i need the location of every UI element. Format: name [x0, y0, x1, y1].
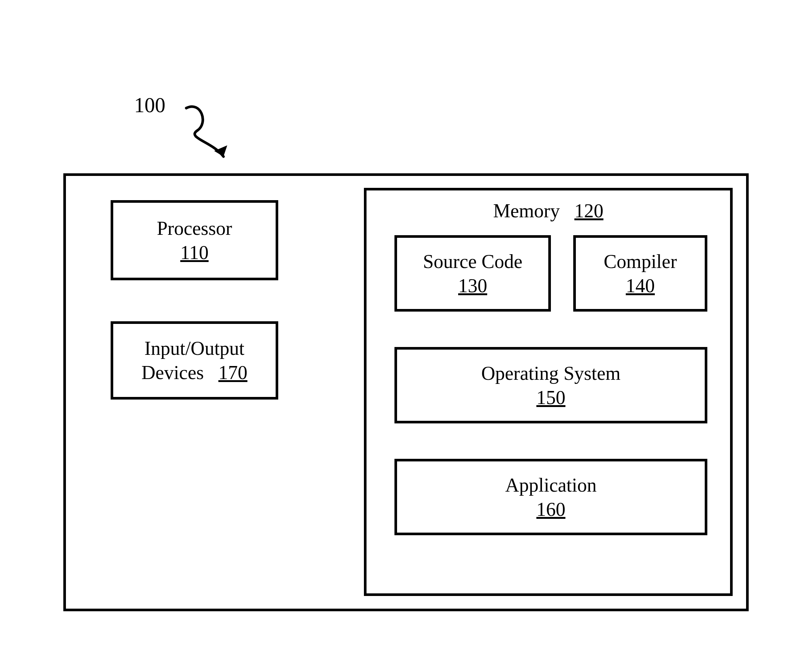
- app-label: Application: [505, 473, 597, 497]
- io-number: 170: [218, 362, 247, 383]
- compiler-label: Compiler: [604, 249, 677, 274]
- memory-number: 120: [574, 200, 603, 222]
- source-code-number: 130: [458, 274, 487, 298]
- memory-box: Memory 120 Source Code 130 Compiler 140 …: [364, 188, 733, 596]
- app-number: 160: [536, 497, 565, 521]
- squiggle-arrow-icon: [179, 101, 253, 175]
- processor-box: Processor 110: [111, 200, 278, 280]
- io-label-line2: Devices 170: [142, 361, 247, 385]
- os-number: 150: [536, 385, 565, 410]
- memory-title: Memory 120: [366, 190, 730, 223]
- operating-system-box: Operating System 150: [394, 347, 707, 424]
- compiler-number: 140: [626, 274, 655, 298]
- svg-marker-0: [214, 145, 227, 156]
- os-label: Operating System: [481, 361, 621, 385]
- reference-number-100: 100: [134, 93, 165, 117]
- io-label-line2-text: Devices: [142, 362, 204, 383]
- io-devices-box: Input/Output Devices 170: [111, 321, 278, 399]
- io-label-line1: Input/Output: [145, 336, 245, 361]
- source-code-label: Source Code: [423, 249, 522, 274]
- processor-number: 110: [180, 240, 209, 265]
- system-container: Processor 110 Input/Output Devices 170 M…: [63, 173, 749, 611]
- source-code-box: Source Code 130: [394, 235, 551, 312]
- processor-label: Processor: [157, 216, 232, 240]
- application-box: Application 160: [394, 459, 707, 535]
- memory-label: Memory: [493, 200, 560, 222]
- compiler-box: Compiler 140: [573, 235, 707, 312]
